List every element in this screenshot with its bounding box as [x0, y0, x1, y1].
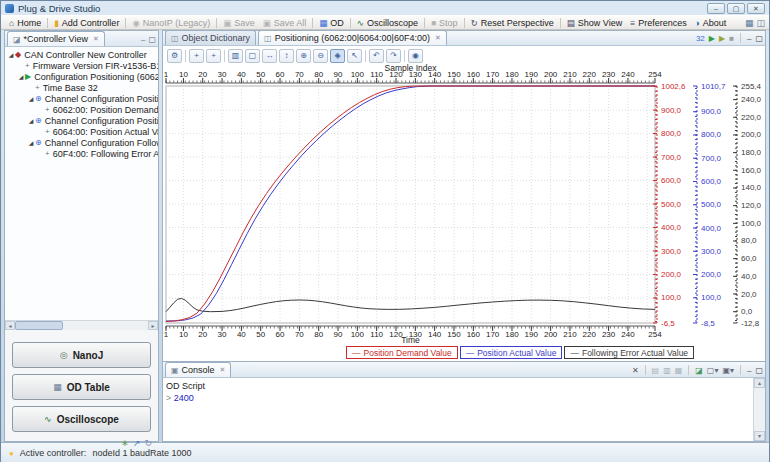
cursor-icon[interactable]: ↖ [347, 49, 362, 63]
connect-icon[interactable]: ↗ [133, 438, 141, 448]
x-tick-label: 210 [563, 70, 577, 79]
run-icon[interactable]: ▶ [709, 34, 715, 43]
configure-settings-icon[interactable]: ⚙ [167, 49, 182, 63]
console-vertical-scrollbar[interactable]: ▴ ▾ [753, 378, 765, 441]
scroll-up-icon[interactable]: ▴ [754, 378, 765, 388]
tree-item[interactable]: ◢▶Configuration Positioning (6062:00|606… [5, 71, 158, 82]
oscilloscope-button[interactable]: ∿Oscilloscope [353, 16, 422, 29]
scrollbar-thumb[interactable] [15, 321, 63, 330]
expanded-arrow-icon[interactable]: ◢ [27, 95, 35, 102]
maximize-icon[interactable]: ▢ [755, 34, 763, 43]
maximize-icon[interactable]: ▢ [148, 35, 156, 44]
x-tick-label: 180 [505, 330, 519, 339]
scroll-right-icon[interactable]: ▸ [148, 321, 158, 330]
close-icon[interactable]: ✕ [435, 34, 441, 42]
tree-item[interactable]: ◢◆CAN Controller New Controller [5, 49, 158, 60]
tab-console[interactable]: ▣ Console ✕ [165, 362, 231, 377]
x-tick-label: 60 [276, 330, 285, 339]
undo-icon[interactable]: ↶ [369, 49, 384, 63]
legend-item: —Following Error Actual Value [564, 346, 694, 359]
add-controller-button[interactable]: ▮Add Controller [50, 16, 123, 29]
tab-object-dictionary[interactable]: ◫ Object Dictionary [165, 30, 256, 45]
perspective-switcher-icon[interactable]: ◫ [756, 18, 765, 28]
rubberband-zoom-icon[interactable]: ▢ [245, 49, 260, 63]
close-icon[interactable]: ✕ [93, 35, 99, 43]
tree-item[interactable]: ◢⊕Channel Configuration Following Error [5, 137, 158, 148]
run-config-icon: ▶ [25, 72, 31, 81]
editor-presentation-icon[interactable]: ▦ [745, 18, 754, 28]
redo-icon[interactable]: ↷ [386, 49, 401, 63]
show-view-button[interactable]: ▤Show View [563, 16, 626, 29]
snapshot-icon[interactable]: ◉ [408, 49, 423, 63]
minimize-icon[interactable]: – [141, 35, 145, 44]
x-tick-label: 100 [351, 330, 365, 339]
y-tick-label: 500,0 [701, 200, 722, 209]
od-button[interactable]: ▦OD [315, 16, 348, 29]
x-tick-label: 140 [428, 330, 442, 339]
clear-console-icon[interactable]: ✕ [632, 366, 639, 375]
auto-scale-icon[interactable]: ▥ [228, 49, 243, 63]
preferences-button[interactable]: ≡Preferences [626, 16, 691, 29]
x-tick-label: 90 [334, 70, 343, 79]
about-button[interactable]: ◑About [691, 16, 731, 29]
maximize-icon[interactable]: ▢ [755, 366, 763, 375]
expanded-arrow-icon[interactable]: ◢ [27, 139, 35, 146]
word-wrap-icon[interactable]: ▥ [663, 366, 671, 375]
tree-item[interactable]: +6062:00: Position Demand Value - Po [5, 104, 158, 115]
settings-icon[interactable]: ∗ [121, 438, 129, 448]
sync-icon[interactable]: ↻ [144, 438, 152, 448]
zoom-in-icon[interactable]: ⊕ [296, 49, 311, 63]
od-table-button[interactable]: ▦OD Table [12, 374, 151, 400]
show-console-output-icon[interactable]: ▦ [675, 366, 683, 375]
tree-item-label: Firmware Version FIR-v1536-B194830 [33, 61, 158, 71]
panning-icon[interactable]: ◈ [330, 49, 345, 63]
scrollbar-track[interactable] [15, 321, 148, 330]
console-body[interactable]: OD Script > 2400 ▴ ▾ [163, 378, 765, 441]
tree-horizontal-scrollbar[interactable]: ◂ ▸ [5, 320, 158, 330]
horizontal-zoom-icon[interactable]: ↔ [262, 49, 277, 63]
expanded-arrow-icon[interactable]: ◢ [7, 51, 15, 58]
x-tick-label: 80 [314, 330, 323, 339]
legend-line-sample: — [352, 348, 361, 358]
step-run-icon[interactable]: ▶ [719, 34, 725, 43]
add-annotation-icon[interactable]: + [189, 49, 204, 63]
od-entry-icon: + [45, 149, 50, 158]
pin-console-icon[interactable]: ◪ [695, 366, 703, 375]
oscilloscope-button[interactable]: ∿Oscilloscope [12, 406, 151, 432]
window-minimize-button[interactable]: – [707, 3, 725, 14]
tree-item[interactable]: +Time Base 32 [5, 82, 158, 93]
reset-perspective-button[interactable]: ↻Reset Perspective [467, 16, 558, 29]
home-button[interactable]: ⌂Home [5, 16, 45, 29]
nanoj-button[interactable]: ◎NanoJ [12, 342, 151, 368]
vertical-zoom-icon[interactable]: ↕ [279, 49, 294, 63]
close-icon[interactable]: ✕ [220, 366, 226, 374]
tree-item[interactable]: +Firmware Version FIR-v1536-B194830 [5, 60, 158, 71]
stop-icon[interactable]: ■ [729, 34, 734, 43]
tree-item[interactable]: +60F4:00: Following Error Actual Valu [5, 148, 158, 159]
window-close-button[interactable]: ✕ [747, 3, 765, 14]
remove-annotation-icon[interactable]: + [206, 49, 221, 63]
scroll-left-icon[interactable]: ◂ [5, 321, 15, 330]
minimize-icon[interactable]: – [747, 366, 751, 375]
scroll-down-icon[interactable]: ▾ [754, 431, 765, 441]
open-console-icon[interactable]: ▣▾ [722, 366, 734, 375]
tab-controller-view[interactable]: ◪ *Controller View ✕ [7, 31, 105, 46]
toolbar-separator [47, 18, 48, 28]
tab-positioning[interactable]: ◫ Positioning (6062:00|6064:00|60F4:00) … [258, 30, 447, 45]
expanded-arrow-icon[interactable]: ◢ [27, 117, 35, 124]
numeric-display-icon[interactable]: 32 [696, 34, 705, 43]
expanded-arrow-icon[interactable]: ◢ [17, 73, 25, 80]
window-maximize-button[interactable]: ▢ [727, 3, 745, 14]
positioning-chart[interactable]: Sample IndexTime111010202030304040505060… [163, 46, 766, 362]
tree-item[interactable]: ◢⊕Channel Configuration Position Deman [5, 93, 158, 104]
scrollbar-track[interactable] [754, 388, 765, 431]
zoom-out-icon[interactable]: ⊖ [313, 49, 328, 63]
legend-label: Position Actual Value [477, 348, 556, 358]
tree-item[interactable]: +6064:00: Position Actual Value - Posi [5, 126, 158, 137]
scroll-lock-icon[interactable]: ▤ [652, 366, 660, 375]
display-console-icon[interactable]: ▢▾ [707, 366, 719, 375]
minimize-icon[interactable]: – [747, 34, 751, 43]
window-title: Plug & Drive Studio [18, 3, 100, 14]
editor-toolbar-icons: 32▶▶■–▢ [696, 33, 763, 45]
tree-item[interactable]: ◢⊕Channel Configuration Position Actual [5, 115, 158, 126]
